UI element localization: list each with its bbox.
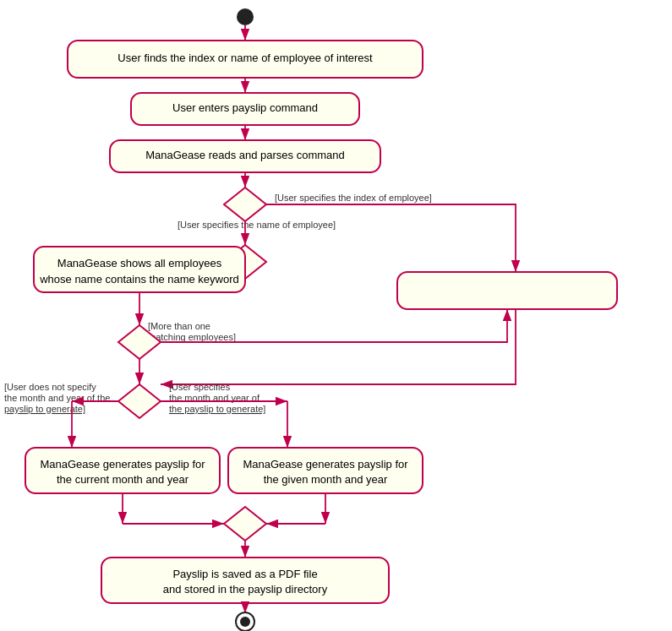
arrow-step5-d4 bbox=[161, 309, 516, 384]
diamond4 bbox=[118, 384, 161, 418]
label-no-month: [User does not specify bbox=[4, 382, 96, 392]
label-more-than-one2: matching employees] bbox=[148, 332, 236, 342]
step4-text2: whose name contains the name keyword bbox=[39, 273, 239, 286]
step8-text2: and stored in the payslip directory bbox=[163, 583, 328, 596]
step6-text1: ManaGease generates payslip for bbox=[40, 458, 205, 471]
arrow-d1-right bbox=[266, 204, 516, 272]
label-more-than-one: [More than one bbox=[148, 321, 210, 331]
diamond1 bbox=[224, 188, 266, 221]
end-inner bbox=[240, 617, 250, 627]
step7-text2: the given month and year bbox=[264, 473, 388, 486]
step4-text1: ManaGease shows all employees bbox=[57, 257, 222, 269]
label-name: [User specifies the name of employee] bbox=[178, 220, 336, 230]
step3-text: ManaGease reads and parses command bbox=[145, 149, 345, 161]
step6-text2: the current month and year bbox=[57, 473, 189, 486]
diamond5 bbox=[224, 507, 266, 541]
step2-text: User enters payslip command bbox=[172, 101, 318, 114]
start-node bbox=[237, 8, 254, 25]
label-index: [User specifies the index of employee] bbox=[275, 193, 432, 203]
label-yes-month: [User specifies bbox=[169, 382, 231, 392]
step7-text1: ManaGease generates payslip for bbox=[243, 458, 408, 471]
step1-text: User finds the index or name of employee… bbox=[117, 52, 373, 64]
label-yes-month3: the payslip to generate] bbox=[169, 404, 265, 414]
label-no-month3: payslip to generate] bbox=[4, 404, 85, 414]
step5-box bbox=[397, 272, 617, 309]
step8-text1: Payslip is saved as a PDF file bbox=[172, 568, 317, 580]
